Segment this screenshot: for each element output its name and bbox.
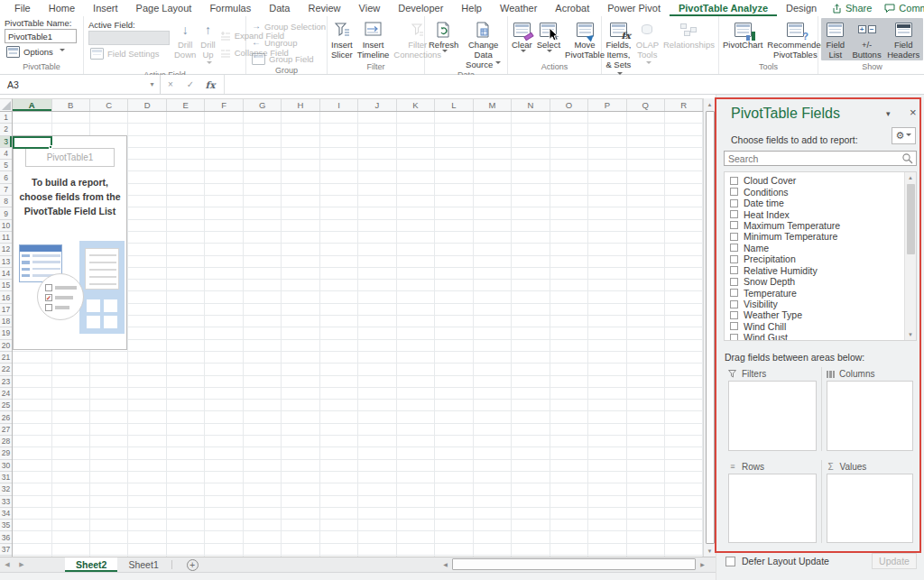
ribbon-tab-developer[interactable]: Developer	[389, 0, 452, 16]
column-header-O[interactable]: O	[550, 99, 588, 111]
column-header-E[interactable]: E	[167, 99, 205, 111]
field-item-wind-gust[interactable]: Wind Gust	[730, 332, 916, 341]
comments-button[interactable]: Comments	[884, 3, 924, 14]
rows-drop-box[interactable]	[728, 474, 817, 544]
field-item-maximum-temperature[interactable]: Maximum Temperature	[730, 220, 916, 231]
column-header-L[interactable]: L	[435, 99, 473, 111]
field-item-date-time[interactable]: Date time	[730, 198, 916, 208]
field-item-snow-depth[interactable]: Snow Depth	[730, 276, 916, 287]
values-area[interactable]: Σ Values	[821, 460, 919, 544]
ribbon-tab-file[interactable]: File	[5, 0, 40, 16]
row-header-9[interactable]: 9	[0, 207, 12, 219]
cancel-button[interactable]: ×	[161, 75, 180, 94]
formula-input[interactable]	[224, 75, 924, 94]
ribbon-tab-view[interactable]: View	[350, 0, 390, 16]
row-header-11[interactable]: 11	[0, 232, 12, 244]
row-header-13[interactable]: 13	[0, 256, 12, 268]
row-header-32[interactable]: 32	[0, 483, 12, 495]
row-header-5[interactable]: 5	[0, 160, 12, 171]
row-header-16[interactable]: 16	[0, 291, 12, 303]
ribbon-tab-help[interactable]: Help	[452, 0, 491, 16]
field-checkbox[interactable]	[730, 188, 738, 196]
field-list-scroll-thumb[interactable]	[907, 184, 915, 254]
columns-area[interactable]: Columns	[821, 367, 919, 451]
new-sheet-button[interactable]: +	[187, 559, 199, 571]
field-item-cloud-cover[interactable]: Cloud Cover	[730, 175, 916, 186]
row-header-22[interactable]: 22	[0, 364, 12, 375]
row-header-25[interactable]: 25	[0, 400, 12, 411]
scroll-left-arrow[interactable]: ◀	[439, 558, 451, 570]
column-header-K[interactable]: K	[397, 99, 435, 111]
field-checkbox[interactable]	[730, 266, 738, 274]
recommended-pivottables-button[interactable]: ? Recommended PivotTables	[765, 18, 825, 62]
row-header-29[interactable]: 29	[0, 447, 12, 459]
vertical-scroll-thumb[interactable]	[706, 111, 715, 544]
horizontal-scrollbar[interactable]: ◀ ▶	[439, 558, 708, 570]
row-header-19[interactable]: 19	[0, 327, 12, 339]
field-item-minimum-temperature[interactable]: Minimum Temperature	[730, 231, 916, 242]
column-header-Q[interactable]: Q	[627, 99, 665, 111]
column-header-F[interactable]: F	[205, 99, 243, 111]
insert-slicer-button[interactable]: Insert Slicer	[329, 18, 355, 62]
plus-minus-buttons-toggle[interactable]: +− +/- Buttons	[849, 18, 885, 60]
field-search-box[interactable]	[724, 151, 917, 166]
field-checkbox[interactable]	[730, 289, 738, 297]
row-header-14[interactable]: 14	[0, 268, 12, 280]
field-headers-toggle[interactable]: Field Headers	[884, 18, 922, 60]
field-checkbox[interactable]	[730, 210, 738, 218]
row-header-4[interactable]: 4	[0, 148, 12, 160]
sheet-tab-sheet1[interactable]: Sheet1	[117, 557, 169, 572]
column-header-C[interactable]: C	[90, 99, 128, 111]
row-header-18[interactable]: 18	[0, 316, 12, 327]
row-header-23[interactable]: 23	[0, 376, 12, 388]
enter-button[interactable]: ✓	[180, 75, 200, 94]
field-checkbox[interactable]	[730, 244, 738, 252]
column-header-R[interactable]: R	[665, 99, 703, 111]
rows-area[interactable]: ≡ Rows	[724, 460, 821, 544]
field-checkbox[interactable]	[730, 278, 738, 286]
field-checkbox[interactable]	[730, 233, 738, 241]
row-header-30[interactable]: 30	[0, 460, 12, 472]
row-header-28[interactable]: 28	[0, 436, 12, 447]
field-item-name[interactable]: Name	[730, 243, 916, 253]
ribbon-tab-insert[interactable]: Insert	[84, 0, 127, 16]
field-item-wind-chill[interactable]: Wind Chill	[730, 321, 916, 332]
row-header-31[interactable]: 31	[0, 472, 12, 483]
horizontal-scroll-thumb[interactable]	[452, 558, 696, 570]
ribbon-tab-pivottable-analyze[interactable]: PivotTable Analyze	[670, 0, 777, 16]
field-item-visibility[interactable]: Visibility	[730, 299, 916, 309]
insert-function-button[interactable]: fx	[200, 75, 220, 94]
field-list-toggle[interactable]: Field List	[822, 18, 849, 60]
ribbon-tab-page-layout[interactable]: Page Layout	[127, 0, 201, 16]
row-header-34[interactable]: 34	[0, 508, 12, 520]
column-header-H[interactable]: H	[282, 99, 319, 111]
column-header-B[interactable]: B	[52, 99, 90, 111]
row-header-15[interactable]: 15	[0, 280, 12, 291]
field-list-scroll-down[interactable]: ▼	[905, 329, 916, 340]
scroll-right-arrow[interactable]: ▶	[697, 558, 708, 570]
select-all-corner[interactable]	[0, 98, 13, 112]
field-item-relative-humidity[interactable]: Relative Humidity	[730, 265, 916, 276]
name-box[interactable]: A3	[0, 75, 144, 94]
ribbon-tab-design[interactable]: Design	[777, 0, 826, 16]
fields-items-sets-button[interactable]: fx Fields, Items, & Sets	[604, 18, 633, 80]
field-checkbox[interactable]	[730, 221, 738, 229]
selected-cell-a3[interactable]	[13, 136, 52, 149]
field-checkbox[interactable]	[730, 199, 738, 207]
insert-timeline-button[interactable]: Insert Timeline	[356, 18, 392, 62]
field-list-scrollbar[interactable]: ▲ ▼	[904, 172, 916, 340]
ribbon-tab-weather[interactable]: Weather	[491, 0, 546, 16]
ribbon-tab-acrobat[interactable]: Acrobat	[546, 0, 598, 16]
scroll-up-arrow[interactable]: ▲	[704, 98, 716, 110]
field-checkbox[interactable]	[730, 177, 738, 185]
row-header-20[interactable]: 20	[0, 340, 12, 352]
field-checkbox[interactable]	[730, 311, 738, 319]
filters-area[interactable]: Filters	[724, 367, 821, 451]
column-header-M[interactable]: M	[474, 99, 512, 111]
row-header-37[interactable]: 37	[0, 544, 12, 556]
columns-drop-box[interactable]	[827, 381, 914, 451]
ribbon-tab-formulas[interactable]: Formulas	[200, 0, 260, 16]
row-header-6[interactable]: 6	[0, 171, 12, 183]
pivottable-name-input[interactable]	[5, 29, 77, 43]
sheet-nav-left[interactable]: ◀	[0, 557, 14, 572]
